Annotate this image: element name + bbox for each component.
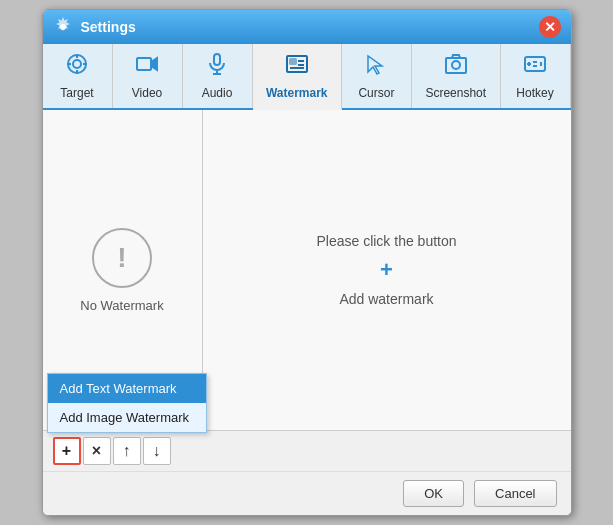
svg-rect-7 bbox=[137, 58, 151, 70]
window-title: Settings bbox=[81, 19, 136, 35]
svg-point-18 bbox=[452, 61, 460, 69]
instruction-line1: Please click the button bbox=[316, 233, 456, 249]
tab-audio-label: Audio bbox=[202, 86, 233, 100]
screenshot-icon bbox=[444, 52, 468, 82]
title-bar: Settings ✕ bbox=[43, 10, 571, 44]
tab-screenshot-label: Screenshot bbox=[425, 86, 486, 100]
settings-window: Settings ✕ Target bbox=[42, 9, 572, 516]
video-icon bbox=[135, 52, 159, 82]
svg-point-2 bbox=[73, 60, 81, 68]
settings-icon bbox=[53, 17, 73, 37]
no-watermark-label: No Watermark bbox=[80, 298, 163, 313]
cursor-icon bbox=[364, 52, 388, 82]
add-plus-icon: + bbox=[380, 257, 393, 283]
watermark-icon bbox=[285, 52, 309, 82]
footer-actions: OK Cancel bbox=[43, 471, 571, 515]
svg-rect-13 bbox=[290, 59, 296, 64]
move-up-button[interactable]: ↑ bbox=[113, 437, 141, 465]
tab-cursor-label: Cursor bbox=[358, 86, 394, 100]
title-bar-left: Settings bbox=[53, 17, 136, 37]
hotkey-icon bbox=[523, 52, 547, 82]
tab-watermark[interactable]: Watermark bbox=[253, 44, 342, 110]
add-watermark-button[interactable]: + bbox=[53, 437, 81, 465]
no-watermark-icon: ! bbox=[92, 228, 152, 288]
tab-watermark-label: Watermark bbox=[266, 86, 328, 100]
cancel-button[interactable]: Cancel bbox=[474, 480, 556, 507]
tab-video[interactable]: Video bbox=[113, 44, 183, 108]
tab-target[interactable]: Target bbox=[43, 44, 113, 108]
exclamation-icon: ! bbox=[117, 242, 126, 274]
tab-video-label: Video bbox=[132, 86, 162, 100]
tab-target-label: Target bbox=[60, 86, 93, 100]
add-image-watermark-item[interactable]: Add Image Watermark bbox=[48, 403, 206, 432]
audio-icon bbox=[205, 52, 229, 82]
bottom-toolbar: Add Text Watermark Add Image Watermark +… bbox=[43, 430, 571, 471]
tab-hotkey-label: Hotkey bbox=[516, 86, 553, 100]
tab-hotkey[interactable]: Hotkey bbox=[501, 44, 571, 108]
dropdown-menu: Add Text Watermark Add Image Watermark bbox=[47, 373, 207, 433]
tab-cursor[interactable]: Cursor bbox=[342, 44, 412, 108]
add-text-watermark-item[interactable]: Add Text Watermark bbox=[48, 374, 206, 403]
delete-watermark-button[interactable]: × bbox=[83, 437, 111, 465]
move-down-button[interactable]: ↓ bbox=[143, 437, 171, 465]
tab-screenshot[interactable]: Screenshot bbox=[412, 44, 501, 108]
tab-audio[interactable]: Audio bbox=[183, 44, 253, 108]
right-panel: Please click the button + Add watermark bbox=[203, 110, 571, 430]
close-button[interactable]: ✕ bbox=[539, 16, 561, 38]
target-icon bbox=[65, 52, 89, 82]
tabs-bar: Target Video Audio bbox=[43, 44, 571, 110]
svg-rect-9 bbox=[214, 54, 220, 65]
ok-button[interactable]: OK bbox=[403, 480, 464, 507]
instruction-line2: Add watermark bbox=[339, 291, 433, 307]
